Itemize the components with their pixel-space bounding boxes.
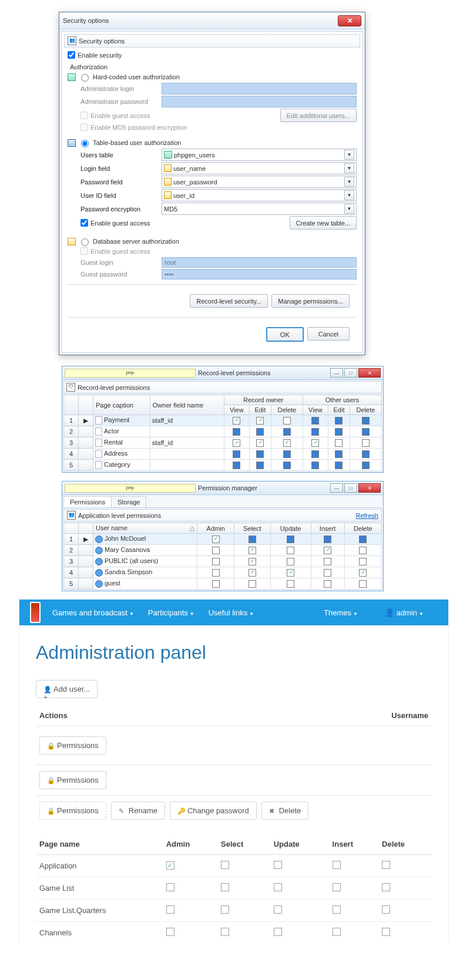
permission-checkbox[interactable] [166, 905, 174, 914]
create-table-button[interactable]: Create new table... [290, 216, 357, 230]
nav-participants[interactable]: Participants▼ [148, 608, 194, 617]
admin-login-input[interactable] [162, 83, 357, 95]
unchecked-checkbox[interactable] [212, 558, 220, 565]
maximize-button[interactable]: □ [344, 483, 357, 493]
encryption-select[interactable]: MD5▼ [162, 203, 357, 215]
intermediate-checkbox[interactable] [311, 428, 319, 436]
add-user-button[interactable]: 👤+Add user... [36, 680, 98, 698]
permission-checkbox[interactable] [274, 928, 282, 936]
intermediate-checkbox[interactable] [359, 536, 367, 543]
cancel-button[interactable]: Cancel [307, 327, 350, 341]
permission-checkbox[interactable] [274, 905, 282, 914]
checked-checkbox[interactable] [283, 439, 291, 447]
permission-checkbox[interactable] [221, 883, 229, 891]
table-row[interactable]: 1▶John McDouel [64, 534, 382, 545]
intermediate-checkbox[interactable] [311, 417, 319, 425]
db-server-radio[interactable] [81, 238, 89, 246]
ok-button[interactable]: OK [266, 327, 304, 342]
intermediate-checkbox[interactable] [362, 462, 370, 469]
unchecked-checkbox[interactable] [359, 547, 367, 554]
permission-checkbox[interactable] [333, 883, 341, 891]
unchecked-checkbox[interactable] [283, 417, 291, 425]
close-button[interactable]: ✕ [358, 368, 381, 378]
unchecked-checkbox[interactable] [287, 547, 294, 554]
guest-login-input[interactable]: root [162, 257, 357, 268]
intermediate-checkbox[interactable] [335, 462, 343, 469]
users-table-select[interactable]: phpgen_users▼ [162, 149, 357, 161]
intermediate-checkbox[interactable] [362, 428, 370, 436]
checked-checkbox[interactable] [249, 547, 256, 554]
checked-checkbox[interactable] [233, 417, 240, 425]
permission-checkbox[interactable] [166, 928, 174, 936]
close-button[interactable]: ✕ [338, 15, 361, 26]
table-based-radio[interactable] [81, 140, 89, 147]
tab-storage[interactable]: Storage [111, 496, 147, 507]
maximize-button[interactable]: □ [344, 368, 357, 378]
permission-checkbox[interactable] [221, 861, 229, 869]
enable-security-checkbox[interactable]: Enable security [68, 51, 122, 59]
delete-button[interactable]: ✖Delete [261, 801, 309, 820]
intermediate-checkbox[interactable] [256, 462, 264, 469]
intermediate-checkbox[interactable] [233, 428, 240, 436]
rename-button[interactable]: ✎Rename [111, 801, 165, 820]
intermediate-checkbox[interactable] [233, 450, 240, 458]
intermediate-checkbox[interactable] [256, 450, 264, 458]
checked-checkbox[interactable] [359, 569, 367, 577]
nav-useful-links[interactable]: Useful links▼ [209, 608, 254, 617]
intermediate-checkbox[interactable] [362, 450, 370, 458]
permissions-button[interactable]: 🔒Permissions [39, 736, 106, 755]
permission-checkbox[interactable] [382, 905, 390, 914]
minimize-button[interactable]: — [330, 368, 343, 378]
permission-checkbox[interactable] [166, 883, 174, 891]
tab-permissions[interactable]: Permissions [63, 496, 112, 507]
intermediate-checkbox[interactable] [362, 417, 370, 425]
unchecked-checkbox[interactable] [287, 558, 294, 565]
table-row[interactable]: 4Address [64, 449, 382, 460]
intermediate-checkbox[interactable] [256, 428, 264, 436]
close-button[interactable]: ✕ [358, 483, 381, 493]
unchecked-checkbox[interactable] [324, 569, 331, 577]
unchecked-checkbox[interactable] [324, 558, 331, 565]
checked-checkbox[interactable] [249, 569, 256, 577]
permissions-button[interactable]: 🔒Permissions [39, 771, 106, 789]
edit-additional-users-button[interactable]: Edit additional users... [280, 109, 357, 122]
md5-checkbox[interactable]: Enable MD5 password encryption [80, 123, 187, 131]
record-level-security-button[interactable]: Record-level security... [190, 294, 268, 308]
permission-checkbox[interactable] [333, 928, 341, 936]
permission-checkbox[interactable] [333, 905, 341, 914]
table-row[interactable]: 3Rentalstaff_id [64, 437, 382, 449]
unchecked-checkbox[interactable] [287, 580, 294, 588]
intermediate-checkbox[interactable] [283, 462, 291, 469]
nav-games[interactable]: Games and broadcast▼ [52, 608, 134, 617]
table-row[interactable]: 1▶Paymentstaff_id [64, 415, 382, 426]
permission-checkbox[interactable] [166, 861, 174, 870]
permission-checkbox[interactable] [221, 905, 229, 914]
nav-themes[interactable]: Themes▼ [324, 608, 358, 617]
intermediate-checkbox[interactable] [311, 462, 319, 469]
guest-access-checkbox-3[interactable]: Enable guest access [80, 247, 150, 255]
checked-checkbox[interactable] [212, 536, 220, 543]
unchecked-checkbox[interactable] [212, 580, 220, 588]
intermediate-checkbox[interactable] [335, 428, 343, 436]
userid-field-select[interactable]: user_id▼ [162, 189, 357, 201]
intermediate-checkbox[interactable] [233, 462, 240, 469]
table-row[interactable]: 5Category [64, 460, 382, 471]
admin-password-input[interactable] [162, 96, 357, 107]
checked-checkbox[interactable] [256, 439, 264, 447]
permission-checkbox[interactable] [221, 928, 229, 936]
unchecked-checkbox[interactable] [362, 439, 370, 447]
guest-password-input[interactable]: •••• [162, 269, 357, 279]
permissions-button[interactable]: 🔒Permissions [39, 801, 106, 820]
table-row[interactable]: 5guest [64, 578, 382, 590]
permission-checkbox[interactable] [333, 861, 341, 869]
permission-checkbox[interactable] [382, 928, 390, 936]
permission-checkbox[interactable] [274, 883, 282, 891]
intermediate-checkbox[interactable] [324, 536, 331, 543]
intermediate-checkbox[interactable] [287, 536, 294, 543]
checked-checkbox[interactable] [324, 547, 331, 554]
unchecked-checkbox[interactable] [212, 547, 220, 554]
guest-access-checkbox-2[interactable]: Enable guest access [80, 219, 150, 227]
table-row[interactable]: 2Mary Casanova [64, 545, 382, 556]
change password-button[interactable]: 🔑Change password [170, 801, 257, 820]
checked-checkbox[interactable] [233, 439, 240, 447]
